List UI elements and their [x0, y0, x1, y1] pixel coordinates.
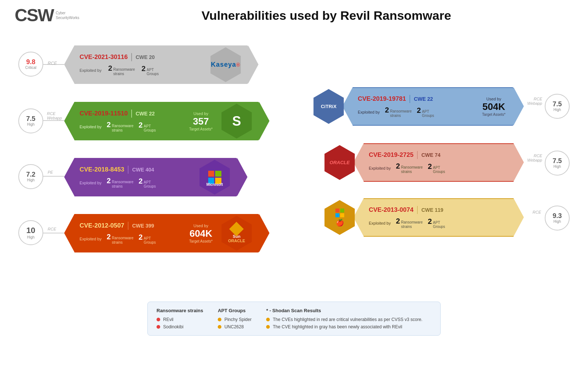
pinchy-dot [218, 318, 221, 321]
attack-label-4: RCE [48, 227, 56, 231]
cve-id-3: CVE-2018-8453 [80, 166, 124, 173]
apt-num-1: 2 [142, 64, 146, 73]
score-badge-3: 7.2 High [18, 164, 43, 189]
attack-label-2: RCEWebapp [47, 111, 62, 120]
attack-label-1: RCE [48, 61, 57, 66]
cwe-r3: CWE 119 [421, 207, 443, 213]
hex-logo-1: Kaseya® [208, 47, 243, 82]
strains-num-1: 2 [108, 64, 112, 73]
score-badge-r1: 7.5 High [545, 94, 570, 119]
hex-logo-r3: 🍎 [322, 200, 357, 235]
hex-logo-r1: CiTRiX [311, 89, 346, 124]
hex-logo-2: S [219, 104, 254, 139]
cwe-r1: CWE 22 [414, 96, 433, 102]
legend-ransomware: Ransomware strains REvil Sodinokibi [157, 308, 203, 329]
cwe-r2: CWE 74 [421, 152, 440, 158]
logo-subtitle: Cyber SecurityWorks [56, 11, 79, 20]
main-content: 9.8 Critical RCE CVE-2021-30116 CWE 20 E… [0, 28, 588, 347]
revil-dot [157, 318, 160, 321]
card-2: CVE-2019-11510 CWE 22 Exploited by 2 Ran… [64, 102, 269, 140]
note2-dot [266, 325, 270, 329]
page-title: Vulnerabilities used by Revil Ransomware [79, 8, 573, 23]
cwe-3: CWE 404 [132, 167, 154, 173]
cwe-1: CWE 20 [136, 54, 155, 60]
attack-label-r3: RCE [533, 210, 541, 214]
legend: Ransomware strains REvil Sodinokibi APT … [147, 302, 441, 336]
card-r1: CiTRiX CVE-2019-19781 CWE 22 Exploited b… [311, 87, 524, 126]
score-badge-2: 7.5 High [18, 108, 43, 133]
attack-label-r2: RCEWebapp [527, 154, 542, 162]
cve-id-r2: CVE-2019-2725 [369, 151, 414, 159]
cwe-4: CWE 399 [132, 223, 154, 229]
cve-id-1: CVE-2021-30116 [80, 53, 128, 61]
score-badge-r2: 7.5 High [545, 151, 570, 176]
score-badge-1: 9.8 Critical [18, 52, 43, 77]
card-1: CVE-2021-30116 CWE 20 Exploited by 2 Ran… [64, 45, 258, 84]
attack-label-3: PE [48, 170, 53, 174]
legend-notes: * - Shodan Scan Results The CVEs highlig… [266, 308, 422, 329]
hex-logo-r2: ORACLE [322, 145, 357, 180]
card-r3: 🍎 CVE-2013-0074 CWE 119 Exploited by 2 R… [322, 198, 524, 237]
sodinokibi-dot [157, 325, 160, 329]
note1-dot [266, 318, 270, 321]
logo-area: CSW Cyber SecurityWorks [15, 7, 79, 24]
unc-dot [218, 325, 221, 329]
cve-id-r1: CVE-2019-19781 [358, 95, 406, 103]
cve-id-r3: CVE-2013-0074 [369, 206, 414, 214]
hex-logo-4: Sun ORACLE [219, 216, 254, 251]
card-4: CVE-2012-0507 CWE 399 Exploited by 2 Ran… [64, 214, 269, 252]
card-3: CVE-2018-8453 CWE 404 Exploited by 2 Ran… [64, 158, 247, 196]
cve-id-4: CVE-2012-0507 [80, 222, 124, 229]
score-badge-r3: 9.3 High [545, 206, 570, 230]
cwe-2: CWE 22 [136, 111, 155, 117]
header: CSW Cyber SecurityWorks Vulnerabilities … [0, 0, 588, 28]
hex-logo-3: Microsoft [197, 160, 232, 195]
cve-id-2: CVE-2019-11510 [80, 110, 128, 117]
legend-apt: APT Groups Pinchy Spider UNC2628 [218, 308, 251, 329]
attack-label-r1: RCEWebapp [527, 97, 542, 106]
card-r2: ORACLE CVE-2019-2725 CWE 74 Exploited by… [322, 143, 524, 182]
score-badge-4: 10 High [18, 220, 43, 245]
exploited-label-1: Exploited by [80, 68, 102, 73]
logo-csw: CSW [15, 7, 54, 24]
